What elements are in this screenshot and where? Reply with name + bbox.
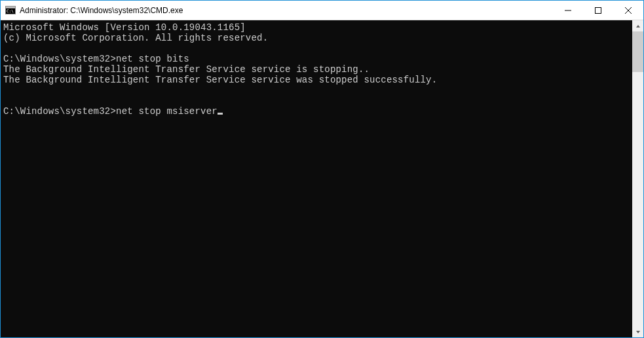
svg-marker-7 bbox=[636, 25, 640, 28]
close-button[interactable] bbox=[613, 1, 643, 20]
scroll-track[interactable] bbox=[632, 31, 643, 326]
window-title: Administrator: C:\Windows\system32\CMD.e… bbox=[20, 6, 553, 15]
window-controls bbox=[553, 1, 643, 20]
titlebar[interactable]: C:\ Administrator: C:\Windows\system32\C… bbox=[1, 1, 643, 20]
minimize-button[interactable] bbox=[553, 1, 583, 20]
cmd-icon: C:\ bbox=[5, 5, 16, 16]
vertical-scrollbar[interactable] bbox=[632, 20, 643, 337]
scroll-down-button[interactable] bbox=[632, 326, 643, 337]
svg-text:C:\: C:\ bbox=[7, 9, 14, 13]
scroll-thumb[interactable] bbox=[632, 31, 643, 72]
scroll-up-button[interactable] bbox=[632, 20, 643, 31]
client-area: Microsoft Windows [Version 10.0.19043.11… bbox=[1, 20, 643, 337]
text-cursor bbox=[218, 113, 223, 115]
maximize-button[interactable] bbox=[583, 1, 613, 20]
svg-marker-8 bbox=[636, 331, 640, 333]
terminal-output[interactable]: Microsoft Windows [Version 10.0.19043.11… bbox=[1, 20, 632, 337]
svg-rect-4 bbox=[596, 7, 601, 13]
cmd-window: C:\ Administrator: C:\Windows\system32\C… bbox=[0, 0, 644, 338]
